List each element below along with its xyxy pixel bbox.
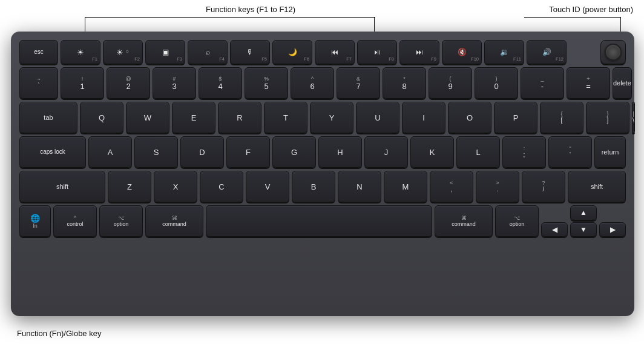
key-z[interactable]: Z	[108, 171, 151, 202]
key-slash[interactable]: ? /	[522, 171, 565, 202]
key-shift-left[interactable]: shift	[19, 171, 105, 202]
key-b[interactable]: B	[292, 171, 335, 202]
key-esc[interactable]: esc	[19, 40, 58, 64]
key-g[interactable]: G	[272, 136, 316, 168]
key-delete[interactable]: delete	[613, 67, 632, 99]
key-w[interactable]: W	[126, 102, 169, 133]
key-arrow-right[interactable]: ▶	[599, 222, 626, 237]
key-a[interactable]: A	[88, 136, 132, 168]
key-f8[interactable]: ⏯ F8	[357, 40, 397, 64]
key-n[interactable]: N	[338, 171, 381, 202]
key-h[interactable]: H	[318, 136, 362, 168]
key-f10[interactable]: 🔇 F10	[442, 40, 482, 64]
key-1[interactable]: ! 1	[61, 67, 104, 99]
key-capslock[interactable]: caps lock	[19, 136, 86, 168]
key-9[interactable]: ( 9	[429, 67, 472, 99]
key-command-right[interactable]: ⌘ command	[435, 205, 493, 237]
key-arrow-down[interactable]: ▼	[570, 222, 597, 237]
key-e[interactable]: E	[172, 102, 215, 133]
key-l[interactable]: L	[456, 136, 500, 168]
key-f12[interactable]: 🔊 F12	[527, 40, 567, 64]
key-arrow-up[interactable]: ▲	[570, 205, 597, 220]
fn-globe-label: Function (Fn)/Globe key	[17, 329, 101, 338]
touchid-sensor[interactable]	[605, 44, 622, 61]
key-f2[interactable]: ☀☼ F2	[103, 40, 143, 64]
key-comma[interactable]: < ,	[430, 171, 473, 202]
key-j[interactable]: J	[364, 136, 408, 168]
key-r[interactable]: R	[218, 102, 261, 133]
key-tab[interactable]: tab	[19, 102, 77, 133]
fn-keys-label: Function keys (F1 to F12)	[206, 5, 295, 14]
key-space[interactable]	[206, 205, 432, 237]
key-command-left[interactable]: ⌘ command	[145, 205, 203, 237]
key-3[interactable]: # 3	[153, 67, 196, 99]
key-f5[interactable]: 🎙 F5	[230, 40, 270, 64]
key-f6[interactable]: 🌙 F6	[272, 40, 312, 64]
key-option-right[interactable]: ⌥ option	[495, 205, 539, 237]
touchid-label: Touch ID (power button)	[549, 5, 633, 14]
key-u[interactable]: U	[356, 102, 399, 133]
key-5[interactable]: % 5	[245, 67, 288, 99]
key-control[interactable]: ^ control	[53, 205, 97, 237]
key-bracket-open[interactable]: { [	[540, 102, 583, 133]
key-2[interactable]: @ 2	[107, 67, 150, 99]
key-f[interactable]: F	[226, 136, 270, 168]
key-c[interactable]: C	[200, 171, 243, 202]
key-o[interactable]: O	[448, 102, 491, 133]
key-f1[interactable]: ☀ F1	[61, 40, 100, 64]
key-backslash[interactable]: | \	[632, 102, 635, 133]
key-t[interactable]: T	[264, 102, 307, 133]
key-7[interactable]: & 7	[337, 67, 380, 99]
key-y[interactable]: Y	[310, 102, 353, 133]
key-period[interactable]: > .	[476, 171, 519, 202]
key-6[interactable]: ^ 6	[291, 67, 334, 99]
key-f3[interactable]: ▣ F3	[145, 40, 185, 64]
key-8[interactable]: * 8	[383, 67, 426, 99]
key-f11[interactable]: 🔉 F11	[484, 40, 524, 64]
key-q[interactable]: Q	[80, 102, 123, 133]
key-backtick[interactable]: ~ `	[19, 67, 58, 99]
key-option-left[interactable]: ⌥ option	[99, 205, 143, 237]
key-return[interactable]: return	[594, 136, 626, 168]
key-s[interactable]: S	[134, 136, 178, 168]
key-equals[interactable]: + =	[567, 67, 610, 99]
key-d[interactable]: D	[180, 136, 224, 168]
key-touchid[interactable]	[600, 40, 626, 64]
key-i[interactable]: I	[402, 102, 445, 133]
key-p[interactable]: P	[494, 102, 537, 133]
key-k[interactable]: K	[410, 136, 454, 168]
key-semicolon[interactable]: : ;	[502, 136, 546, 168]
key-x[interactable]: X	[154, 171, 197, 202]
key-v[interactable]: V	[246, 171, 289, 202]
key-f4[interactable]: ⌕ F4	[188, 40, 228, 64]
key-0[interactable]: ) 0	[475, 67, 518, 99]
keyboard: esc ☀ F1 ☀☼ F2 ▣ F3 ⌕ F4	[11, 31, 634, 316]
key-minus[interactable]: _ -	[521, 67, 564, 99]
key-quote[interactable]: " '	[548, 136, 592, 168]
key-f9[interactable]: ⏭ F9	[399, 40, 439, 64]
key-f7[interactable]: ⏮ F7	[315, 40, 355, 64]
key-shift-right[interactable]: shift	[568, 171, 626, 202]
key-bracket-close[interactable]: } ]	[586, 102, 629, 133]
key-m[interactable]: M	[384, 171, 427, 202]
key-4[interactable]: $ 4	[199, 67, 242, 99]
key-fn[interactable]: 🌐 fn	[19, 205, 51, 237]
key-arrow-left[interactable]: ◀	[541, 222, 568, 237]
